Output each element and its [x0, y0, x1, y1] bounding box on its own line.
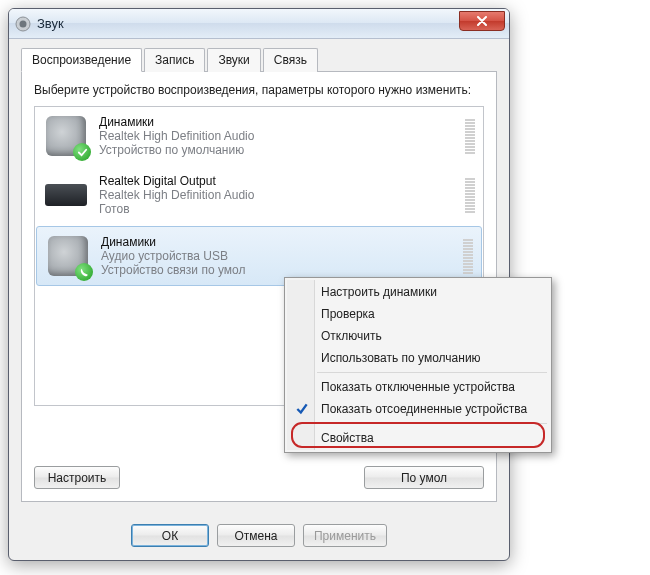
comm-default-badge	[75, 263, 93, 281]
tab-communications[interactable]: Связь	[263, 48, 318, 72]
default-button-group: По умол	[364, 466, 484, 489]
device-driver: Realtek High Definition Audio	[99, 129, 455, 143]
context-menu-separator	[317, 423, 547, 424]
check-icon	[295, 402, 309, 416]
device-texts: Динамики Аудио устройства USB Устройство…	[101, 235, 453, 277]
speaker-icon	[45, 233, 91, 279]
cm-test[interactable]: Проверка	[287, 303, 549, 325]
context-menu: Настроить динамики Проверка Отключить Ис…	[284, 277, 552, 453]
level-meter	[463, 233, 473, 279]
device-name: Динамики	[99, 115, 455, 129]
set-default-button[interactable]: По умол	[364, 466, 484, 489]
titlebar[interactable]: Звук	[9, 9, 509, 39]
device-status: Готов	[99, 202, 455, 216]
cm-show-disabled[interactable]: Показать отключенные устройства	[287, 376, 549, 398]
cm-disable[interactable]: Отключить	[287, 325, 549, 347]
default-check-badge	[73, 143, 91, 161]
ok-button[interactable]: ОК	[131, 524, 209, 547]
sound-icon	[15, 16, 31, 32]
device-texts: Динамики Realtek High Definition Audio У…	[99, 115, 455, 157]
device-texts: Realtek Digital Output Realtek High Defi…	[99, 174, 455, 216]
context-menu-separator	[317, 372, 547, 373]
speaker-icon	[43, 113, 89, 159]
close-button[interactable]	[459, 11, 505, 31]
digital-output-icon	[43, 172, 89, 218]
level-meter	[465, 172, 475, 218]
instruction-text: Выберите устройство воспроизведения, пар…	[34, 82, 484, 98]
device-status: Устройство по умолчанию	[99, 143, 455, 157]
tab-recording[interactable]: Запись	[144, 48, 205, 72]
tabstrip: Воспроизведение Запись Звуки Связь	[21, 47, 497, 72]
apply-button[interactable]: Применить	[303, 524, 387, 547]
device-row[interactable]: Динамики Realtek High Definition Audio У…	[35, 107, 483, 166]
cm-label: Показать отсоединенные устройства	[321, 402, 527, 416]
svg-point-1	[20, 20, 27, 27]
device-name: Динамики	[101, 235, 453, 249]
panel-button-row: Настроить По умол	[34, 466, 484, 489]
device-status: Устройство связи по умол	[101, 263, 453, 277]
level-meter	[465, 113, 475, 159]
cm-show-disconnected[interactable]: Показать отсоединенные устройства	[287, 398, 549, 420]
device-driver: Realtek High Definition Audio	[99, 188, 455, 202]
cm-properties[interactable]: Свойства	[287, 427, 549, 449]
tab-sounds[interactable]: Звуки	[207, 48, 260, 72]
window-title: Звук	[37, 16, 64, 31]
device-driver: Аудио устройства USB	[101, 249, 453, 263]
dialog-button-row: ОК Отмена Применить	[9, 514, 509, 557]
cm-use-default[interactable]: Использовать по умолчанию	[287, 347, 549, 369]
cancel-button[interactable]: Отмена	[217, 524, 295, 547]
device-name: Realtek Digital Output	[99, 174, 455, 188]
configure-button[interactable]: Настроить	[34, 466, 120, 489]
device-row[interactable]: Realtek Digital Output Realtek High Defi…	[35, 166, 483, 225]
cm-configure-speakers[interactable]: Настроить динамики	[287, 281, 549, 303]
tab-playback[interactable]: Воспроизведение	[21, 48, 142, 72]
